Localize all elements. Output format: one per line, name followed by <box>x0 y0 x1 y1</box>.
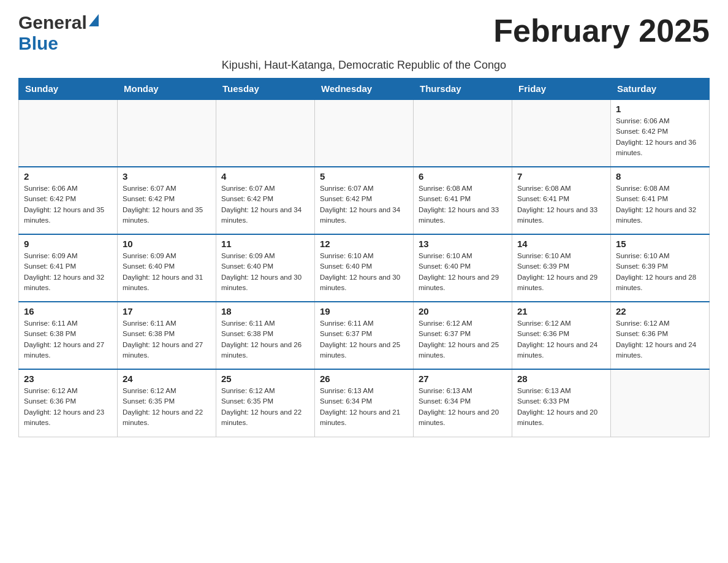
calendar-cell <box>118 99 216 167</box>
day-number: 10 <box>123 239 211 249</box>
day-number: 18 <box>221 306 309 316</box>
day-header-saturday: Saturday <box>611 79 710 100</box>
day-info: Sunrise: 6:10 AMSunset: 6:39 PMDaylight:… <box>616 251 704 293</box>
day-number: 5 <box>320 171 408 182</box>
calendar-cell: 27Sunrise: 6:13 AMSunset: 6:34 PMDayligh… <box>414 369 512 437</box>
day-info: Sunrise: 6:13 AMSunset: 6:34 PMDaylight:… <box>320 386 408 428</box>
calendar-cell <box>611 369 710 437</box>
day-number: 2 <box>24 171 112 182</box>
calendar-cell: 17Sunrise: 6:11 AMSunset: 6:38 PMDayligh… <box>118 302 216 369</box>
calendar-cell <box>216 99 315 167</box>
calendar-cell: 16Sunrise: 6:11 AMSunset: 6:38 PMDayligh… <box>19 302 118 369</box>
day-number: 14 <box>517 239 605 249</box>
day-number: 19 <box>320 306 408 316</box>
day-number: 28 <box>517 373 605 384</box>
calendar-week-row: 1Sunrise: 6:06 AMSunset: 6:42 PMDaylight… <box>19 99 710 167</box>
day-info: Sunrise: 6:07 AMSunset: 6:42 PMDaylight:… <box>320 183 408 226</box>
day-number: 20 <box>419 306 507 316</box>
day-number: 26 <box>320 373 408 384</box>
calendar-cell: 6Sunrise: 6:08 AMSunset: 6:41 PMDaylight… <box>414 167 512 234</box>
day-number: 3 <box>123 171 211 182</box>
calendar-cell: 8Sunrise: 6:08 AMSunset: 6:41 PMDaylight… <box>611 167 710 234</box>
calendar-cell <box>315 99 414 167</box>
day-info: Sunrise: 6:12 AMSunset: 6:35 PMDaylight:… <box>221 386 309 428</box>
logo-blue-text: Blue <box>18 33 58 54</box>
calendar-cell: 11Sunrise: 6:09 AMSunset: 6:40 PMDayligh… <box>216 234 315 302</box>
calendar-cell: 14Sunrise: 6:10 AMSunset: 6:39 PMDayligh… <box>512 234 611 302</box>
logo-arrow-icon <box>89 14 99 26</box>
calendar-cell: 19Sunrise: 6:11 AMSunset: 6:37 PMDayligh… <box>315 302 414 369</box>
month-title: February 2025 <box>493 12 710 49</box>
day-info: Sunrise: 6:11 AMSunset: 6:38 PMDaylight:… <box>123 318 211 361</box>
day-header-wednesday: Wednesday <box>315 79 414 100</box>
calendar-cell: 20Sunrise: 6:12 AMSunset: 6:37 PMDayligh… <box>414 302 512 369</box>
calendar-week-row: 16Sunrise: 6:11 AMSunset: 6:38 PMDayligh… <box>19 302 710 369</box>
day-header-sunday: Sunday <box>19 79 118 100</box>
day-info: Sunrise: 6:08 AMSunset: 6:41 PMDaylight:… <box>419 183 507 226</box>
day-number: 27 <box>419 373 507 384</box>
day-info: Sunrise: 6:12 AMSunset: 6:36 PMDaylight:… <box>517 318 605 361</box>
day-info: Sunrise: 6:13 AMSunset: 6:34 PMDaylight:… <box>419 386 507 428</box>
day-info: Sunrise: 6:10 AMSunset: 6:39 PMDaylight:… <box>517 251 605 293</box>
day-info: Sunrise: 6:11 AMSunset: 6:38 PMDaylight:… <box>24 318 112 361</box>
day-number: 23 <box>24 373 112 384</box>
calendar-cell: 9Sunrise: 6:09 AMSunset: 6:41 PMDaylight… <box>19 234 118 302</box>
calendar-week-row: 23Sunrise: 6:12 AMSunset: 6:36 PMDayligh… <box>19 369 710 437</box>
day-info: Sunrise: 6:12 AMSunset: 6:37 PMDaylight:… <box>419 318 507 361</box>
calendar-cell: 4Sunrise: 6:07 AMSunset: 6:42 PMDaylight… <box>216 167 315 234</box>
calendar-cell: 1Sunrise: 6:06 AMSunset: 6:42 PMDaylight… <box>611 99 710 167</box>
day-number: 1 <box>616 104 704 114</box>
day-info: Sunrise: 6:12 AMSunset: 6:36 PMDaylight:… <box>24 386 112 428</box>
day-info: Sunrise: 6:12 AMSunset: 6:35 PMDaylight:… <box>123 386 211 428</box>
calendar-header-row: SundayMondayTuesdayWednesdayThursdayFrid… <box>19 79 710 100</box>
day-number: 15 <box>616 239 704 249</box>
day-number: 11 <box>221 239 309 249</box>
calendar-cell: 2Sunrise: 6:06 AMSunset: 6:42 PMDaylight… <box>19 167 118 234</box>
calendar-cell: 26Sunrise: 6:13 AMSunset: 6:34 PMDayligh… <box>315 369 414 437</box>
day-number: 12 <box>320 239 408 249</box>
day-info: Sunrise: 6:08 AMSunset: 6:41 PMDaylight:… <box>616 183 704 226</box>
day-info: Sunrise: 6:12 AMSunset: 6:36 PMDaylight:… <box>616 318 704 361</box>
calendar-week-row: 2Sunrise: 6:06 AMSunset: 6:42 PMDaylight… <box>19 167 710 234</box>
calendar-cell: 24Sunrise: 6:12 AMSunset: 6:35 PMDayligh… <box>118 369 216 437</box>
calendar-week-row: 9Sunrise: 6:09 AMSunset: 6:41 PMDaylight… <box>19 234 710 302</box>
day-info: Sunrise: 6:11 AMSunset: 6:37 PMDaylight:… <box>320 318 408 361</box>
day-number: 6 <box>419 171 507 182</box>
calendar-table: SundayMondayTuesdayWednesdayThursdayFrid… <box>18 78 710 437</box>
day-number: 22 <box>616 306 704 316</box>
day-info: Sunrise: 6:07 AMSunset: 6:42 PMDaylight:… <box>221 183 309 226</box>
calendar-cell: 28Sunrise: 6:13 AMSunset: 6:33 PMDayligh… <box>512 369 611 437</box>
logo: General Blue <box>18 12 99 54</box>
day-number: 8 <box>616 171 704 182</box>
calendar-cell: 12Sunrise: 6:10 AMSunset: 6:40 PMDayligh… <box>315 234 414 302</box>
calendar-cell: 5Sunrise: 6:07 AMSunset: 6:42 PMDaylight… <box>315 167 414 234</box>
calendar-cell: 25Sunrise: 6:12 AMSunset: 6:35 PMDayligh… <box>216 369 315 437</box>
calendar-cell: 22Sunrise: 6:12 AMSunset: 6:36 PMDayligh… <box>611 302 710 369</box>
day-info: Sunrise: 6:09 AMSunset: 6:41 PMDaylight:… <box>24 251 112 293</box>
day-number: 9 <box>24 239 112 249</box>
day-info: Sunrise: 6:07 AMSunset: 6:42 PMDaylight:… <box>123 183 211 226</box>
day-header-thursday: Thursday <box>414 79 512 100</box>
page-header: General Blue February 2025 <box>18 12 710 54</box>
calendar-cell: 18Sunrise: 6:11 AMSunset: 6:38 PMDayligh… <box>216 302 315 369</box>
calendar-cell <box>414 99 512 167</box>
day-info: Sunrise: 6:06 AMSunset: 6:42 PMDaylight:… <box>24 183 112 226</box>
calendar-cell: 3Sunrise: 6:07 AMSunset: 6:42 PMDaylight… <box>118 167 216 234</box>
day-number: 7 <box>517 171 605 182</box>
calendar-cell: 23Sunrise: 6:12 AMSunset: 6:36 PMDayligh… <box>19 369 118 437</box>
day-info: Sunrise: 6:13 AMSunset: 6:33 PMDaylight:… <box>517 386 605 428</box>
calendar-cell: 7Sunrise: 6:08 AMSunset: 6:41 PMDaylight… <box>512 167 611 234</box>
day-number: 4 <box>221 171 309 182</box>
calendar-cell <box>19 99 118 167</box>
day-info: Sunrise: 6:11 AMSunset: 6:38 PMDaylight:… <box>221 318 309 361</box>
day-number: 24 <box>123 373 211 384</box>
day-header-tuesday: Tuesday <box>216 79 315 100</box>
day-number: 17 <box>123 306 211 316</box>
day-info: Sunrise: 6:10 AMSunset: 6:40 PMDaylight:… <box>419 251 507 293</box>
day-number: 16 <box>24 306 112 316</box>
day-header-monday: Monday <box>118 79 216 100</box>
calendar-cell <box>512 99 611 167</box>
day-info: Sunrise: 6:09 AMSunset: 6:40 PMDaylight:… <box>221 251 309 293</box>
location-subtitle: Kipushi, Haut-Katanga, Democratic Republ… <box>18 59 710 72</box>
calendar-cell: 13Sunrise: 6:10 AMSunset: 6:40 PMDayligh… <box>414 234 512 302</box>
